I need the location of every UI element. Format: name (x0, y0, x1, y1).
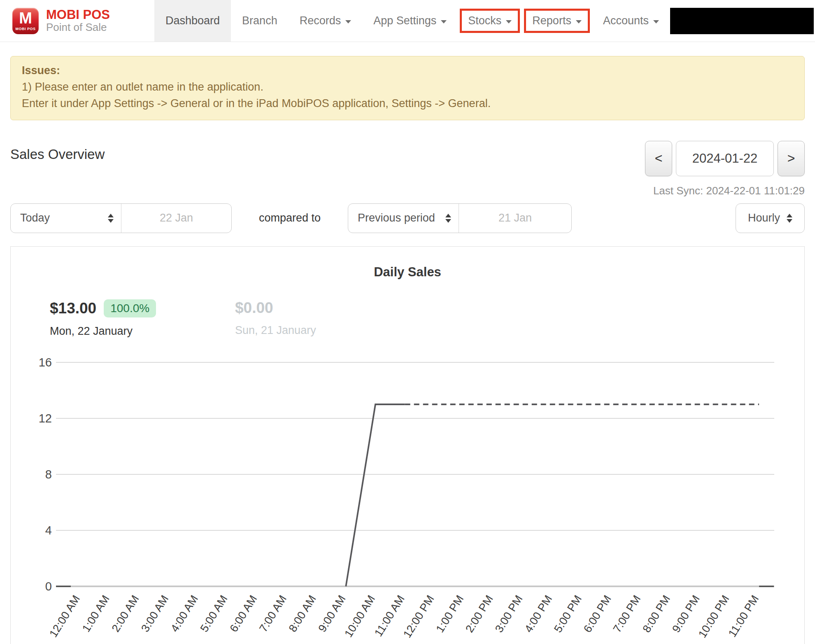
svg-text:7:00 PM: 7:00 PM (611, 593, 643, 635)
nav-item-app-settings[interactable]: App Settings (362, 0, 458, 42)
svg-text:1:00 PM: 1:00 PM (433, 593, 466, 635)
svg-text:0: 0 (45, 580, 52, 593)
svg-text:3:00 PM: 3:00 PM (493, 593, 525, 635)
navbar: M MOBI POS MOBI POS Point of Sale Dashbo… (0, 0, 815, 42)
prev-date-button[interactable]: < (645, 141, 672, 176)
last-sync-label: Last Sync: 2024-22-01 11:01:29 (653, 184, 805, 197)
filter-row: Today 22 Jan compared to Previous period… (10, 203, 805, 233)
svg-text:5:00 AM: 5:00 AM (198, 593, 230, 634)
brand-title: MOBI POS (46, 8, 110, 21)
granularity-select[interactable]: Hourly (736, 203, 805, 233)
svg-text:2:00 PM: 2:00 PM (463, 593, 496, 635)
daily-sales-line-chart: 048121612:00 AM1:00 AM2:00 AM3:00 AM4:00… (11, 345, 805, 643)
svg-text:4: 4 (45, 524, 52, 537)
svg-text:12:00 AM: 12:00 AM (47, 593, 82, 639)
nav-item-label: Accounts (603, 14, 649, 27)
mobipos-logo-icon: M MOBI POS (12, 8, 39, 34)
daily-sales-card: Daily Sales $13.00 100.0% Mon, 22 Januar… (10, 246, 805, 644)
logo-letter: M (19, 11, 32, 26)
nav-item-label: Branch (242, 14, 277, 27)
svg-text:3:00 AM: 3:00 AM (139, 593, 171, 634)
svg-text:12: 12 (39, 412, 52, 425)
nav-item-label: Reports (532, 14, 571, 27)
period-date-input[interactable]: 22 Jan (121, 204, 231, 233)
caret-down-icon (345, 20, 351, 23)
period-select-value: Today (20, 212, 50, 224)
nav-item-branch[interactable]: Branch (231, 0, 289, 42)
period-select[interactable]: Today (11, 204, 121, 233)
caret-down-icon (576, 20, 582, 23)
nav-item-stocks[interactable]: Stocks (460, 9, 520, 33)
date-picker-field[interactable]: 2024-01-22 (676, 141, 774, 176)
svg-text:4:00 PM: 4:00 PM (522, 593, 555, 635)
redacted-account-box (670, 8, 814, 34)
brand-subtitle: Point of Sale (46, 21, 110, 33)
period-group: Today 22 Jan (10, 203, 232, 233)
compare-group: Previous period 21 Jan (348, 203, 572, 233)
svg-text:6:00 PM: 6:00 PM (581, 593, 614, 635)
current-amount: $13.00 (50, 300, 96, 317)
spinner-icon (445, 214, 451, 223)
granularity-select-value: Hourly (748, 212, 780, 224)
svg-text:2:00 AM: 2:00 AM (109, 593, 142, 634)
spinner-icon (108, 214, 114, 223)
svg-text:16: 16 (39, 356, 52, 369)
overview-header: Sales Overview < 2024-01-22 > Last Sync:… (10, 141, 805, 198)
svg-text:7:00 AM: 7:00 AM (257, 593, 289, 634)
nav-item-label: Dashboard (165, 14, 220, 27)
nav-menu: DashboardBranchRecordsApp SettingsStocks… (154, 0, 670, 42)
issues-alert-title: Issues: (22, 63, 793, 79)
issues-alert-line1: 1) Please enter an outlet name in the ap… (22, 79, 793, 96)
compared-to-label: compared to (259, 212, 321, 224)
next-date-button[interactable]: > (778, 141, 805, 176)
svg-text:9:00 PM: 9:00 PM (670, 593, 702, 635)
svg-text:1:00 AM: 1:00 AM (80, 593, 112, 634)
caret-down-icon (441, 20, 447, 23)
previous-date-label: Sun, 21 January (235, 324, 316, 337)
logo-caption: MOBI POS (15, 27, 35, 31)
nav-item-label: App Settings (373, 14, 436, 27)
caret-down-icon (506, 20, 512, 23)
brand-logo[interactable]: M MOBI POS MOBI POS Point of Sale (0, 0, 154, 42)
nav-item-reports[interactable]: Reports (524, 9, 590, 33)
spinner-icon (787, 214, 792, 223)
compare-date-input[interactable]: 21 Jan (459, 204, 571, 233)
page-title: Sales Overview (10, 147, 105, 162)
previous-period-stat: $0.00 Sun, 21 January (235, 299, 316, 337)
svg-text:5:00 PM: 5:00 PM (552, 593, 584, 635)
current-date-label: Mon, 22 January (50, 325, 156, 338)
compare-select-value: Previous period (358, 212, 435, 224)
svg-text:9:00 AM: 9:00 AM (316, 593, 348, 634)
svg-text:6:00 AM: 6:00 AM (227, 593, 259, 634)
nav-item-label: Records (300, 14, 341, 27)
compare-select[interactable]: Previous period (348, 204, 459, 233)
svg-text:8:00 AM: 8:00 AM (286, 593, 319, 634)
current-period-stat: $13.00 100.0% Mon, 22 January (50, 299, 156, 338)
previous-amount: $0.00 (235, 299, 273, 317)
nav-item-records[interactable]: Records (289, 0, 363, 42)
issues-alert: Issues: 1) Please enter an outlet name i… (10, 56, 805, 120)
nav-item-dashboard[interactable]: Dashboard (154, 0, 231, 42)
svg-text:4:00 AM: 4:00 AM (168, 593, 200, 634)
nav-item-accounts[interactable]: Accounts (592, 0, 670, 42)
brand-text: MOBI POS Point of Sale (46, 8, 110, 33)
date-navigation: < 2024-01-22 > (645, 141, 805, 176)
svg-text:8: 8 (45, 468, 52, 481)
issues-alert-line2: Enter it under App Settings -> General o… (22, 96, 793, 112)
caret-down-icon (653, 20, 659, 23)
nav-item-label: Stocks (468, 14, 501, 27)
chart-title: Daily Sales (11, 265, 804, 280)
svg-text:8:00 PM: 8:00 PM (640, 593, 673, 635)
change-badge: 100.0% (104, 299, 156, 317)
